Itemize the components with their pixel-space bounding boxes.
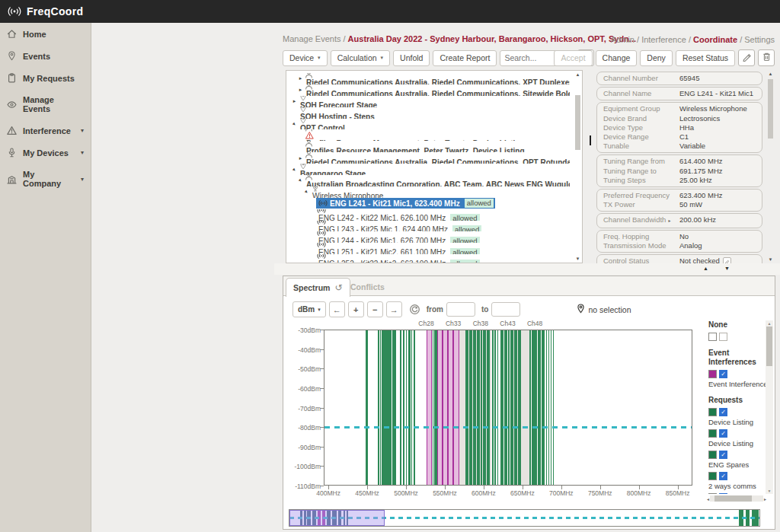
- scroll-down-icon[interactable]: ▼: [574, 256, 582, 261]
- sidebar-item-my-devices[interactable]: My Devices▾: [0, 142, 91, 164]
- sidebar-item-events[interactable]: Events: [0, 45, 91, 67]
- vertical-splitter[interactable]: [588, 70, 593, 263]
- splitter-handle[interactable]: [590, 135, 591, 145]
- tree-channel-row[interactable]: ENG L251 - Kit21 Mic2, 661.100 MHzallowe…: [289, 243, 570, 254]
- y-tick-label: -90dBm: [285, 444, 321, 451]
- sidebar-item-manage-events[interactable]: Manage Events: [0, 89, 91, 119]
- tree-channel-row[interactable]: ENG L244 - Kit26 Mic1, 626.700 MHzallowe…: [289, 231, 570, 243]
- tree-group-row[interactable]: ▸Barangaroo Stage: [289, 164, 570, 175]
- legend-checkbox[interactable]: ✓: [719, 429, 727, 438]
- legend-h-thumb[interactable]: [714, 495, 752, 502]
- detail-scrollbar-thumb[interactable]: [768, 79, 773, 139]
- tree-group-row[interactable]: ▸Australian Broadcasting Corporation, AB…: [289, 175, 570, 186]
- nav-item-interference[interactable]: Interference: [641, 35, 686, 44]
- sidebar-item-my-requests[interactable]: My Requests: [0, 67, 91, 89]
- tree-scrollbar-thumb[interactable]: [575, 95, 580, 150]
- expand-icon[interactable]: ▸: [297, 75, 304, 81]
- zoom-out-button[interactable]: −: [367, 301, 383, 317]
- accept-button[interactable]: Accept: [554, 50, 592, 66]
- scroll-up-icon[interactable]: ▲: [766, 321, 773, 326]
- tab-spectrum[interactable]: Spectrum ↺: [286, 278, 350, 297]
- tree-group-row[interactable]: ▸SOH Forecourt Stage: [289, 96, 570, 107]
- scroll-down-icon[interactable]: ▼: [766, 489, 773, 493]
- refresh-undo-icon[interactable]: ↺: [334, 282, 342, 293]
- pan-left-button[interactable]: ←: [329, 301, 345, 317]
- scroll-right-icon[interactable]: ▸: [764, 496, 766, 502]
- legend-checkbox[interactable]: ✓: [719, 493, 727, 494]
- top-nav: Admin / Interference / Coordinate / Sett…: [611, 35, 775, 44]
- deny-button[interactable]: Deny: [640, 50, 673, 66]
- mic-icon: [310, 186, 320, 192]
- tree-group-row[interactable]: Profiles Resource Management, Peter Twar…: [289, 129, 570, 141]
- unfold-button[interactable]: Unfold: [393, 50, 430, 66]
- tree-channel-row[interactable]: ENG L241 - Kit21 Mic1, 623.400 MHzallowe…: [289, 198, 570, 209]
- pan-right-button[interactable]: →: [386, 301, 402, 317]
- detail-row: Device BrandLectrosonics: [597, 114, 762, 123]
- nav-item-coordinate[interactable]: Coordinate: [693, 35, 737, 44]
- horizontal-splitter[interactable]: ▲ ▼: [274, 263, 780, 275]
- scroll-down-icon[interactable]: ▼: [766, 257, 775, 262]
- tree-item-label: ENG L251 - Kit21 Mic2, 661.100 MHz: [318, 248, 446, 254]
- unit-select[interactable]: dBm▾: [292, 301, 326, 317]
- interference-band: [443, 330, 448, 485]
- sidebar-item-interference[interactable]: Interference▾: [0, 119, 91, 142]
- legend-checkbox[interactable]: ✓: [719, 370, 727, 378]
- expand-icon[interactable]: ▸: [297, 87, 304, 93]
- spectrum-plot[interactable]: [324, 330, 692, 486]
- tree-group-row[interactable]: SOH Hosting - Steps: [289, 107, 570, 119]
- events-pin-icon: [7, 51, 17, 61]
- to-label: to: [481, 305, 488, 314]
- collapse-up-icon[interactable]: ▲: [703, 266, 708, 271]
- tree-channel-row[interactable]: ENG L242 - Kit22 Mic1, 626.100 MHzallowe…: [289, 209, 570, 221]
- tree-group-row[interactable]: Profiles Resource Management, Peter Twar…: [289, 141, 570, 152]
- spectrum-overview-bar[interactable]: [289, 509, 760, 527]
- tree-group-row[interactable]: ▸Riedel Communications Australia, Riedel…: [289, 73, 570, 84]
- tree-group-row[interactable]: ▸Riedel Communications Australia, Riedel…: [289, 152, 570, 164]
- detail-row: Channel NameENG L241 - Kit21 Mic1: [597, 89, 762, 98]
- legend-checkbox[interactable]: ✓: [719, 472, 727, 480]
- scroll-left-icon[interactable]: ◂: [707, 496, 709, 502]
- nav-item-admin[interactable]: Admin: [611, 35, 635, 44]
- event-tree-panel: ▸Riedel Communications Australia, Riedel…: [286, 70, 583, 263]
- legend-checkbox[interactable]: ✓: [719, 451, 727, 459]
- delete-button[interactable]: [758, 49, 775, 66]
- change-button[interactable]: Change: [596, 50, 638, 66]
- device-dropdown[interactable]: Device▾: [283, 50, 328, 66]
- edit-status-button[interactable]: [723, 257, 731, 263]
- legend-checkbox[interactable]: [719, 333, 727, 341]
- tree-item-label: ENG L244 - Kit26 Mic1, 626.700 MHz: [318, 237, 446, 243]
- x-tick-label: 700MHz: [546, 489, 577, 497]
- breadcrumb-section[interactable]: Manage Events: [283, 34, 340, 43]
- tree-item-label: Profiles Resource Management, Peter Twar…: [306, 147, 525, 152]
- tree-group-row[interactable]: ▸Riedel Communications Australia, Riedel…: [289, 84, 570, 96]
- collapse-down-icon[interactable]: ▼: [724, 266, 730, 271]
- reset-status-button[interactable]: Reset Status: [676, 50, 735, 66]
- tree-channel-row[interactable]: ENG L243 - Kit25 Mic 1, 624.400 MHzallow…: [289, 221, 570, 232]
- reset-zoom-icon[interactable]: [409, 304, 420, 315]
- expand-icon[interactable]: ▸: [297, 155, 304, 161]
- to-input[interactable]: [491, 302, 520, 317]
- legend-v-thumb[interactable]: [766, 327, 772, 366]
- legend-checkbox[interactable]: ✓: [719, 408, 727, 416]
- create-report-button[interactable]: Create Report: [433, 50, 497, 66]
- tree-group-row[interactable]: ▸OPT Control: [289, 119, 570, 130]
- edit-button[interactable]: [738, 49, 755, 66]
- tab-bar: Spectrum ↺ Conflicts: [283, 276, 775, 296]
- sidebar-item-home[interactable]: Home: [0, 23, 91, 45]
- calculation-dropdown[interactable]: Calculation▾: [331, 50, 390, 66]
- tree-channel-row[interactable]: ENG L252 - Kit22 Mic2, 663.100 MHzallowe…: [289, 254, 570, 263]
- expand-field-icon[interactable]: ▸: [668, 218, 670, 223]
- tab-conflicts[interactable]: Conflicts: [344, 281, 391, 293]
- nav-item-settings[interactable]: Settings: [744, 35, 775, 44]
- expand-icon[interactable]: ▸: [291, 98, 298, 104]
- sidebar-item-label: My Company: [23, 170, 75, 188]
- overview-selection-window[interactable]: [289, 510, 385, 526]
- from-input[interactable]: [446, 302, 475, 317]
- request-band: [492, 330, 494, 485]
- search-input[interactable]: [504, 53, 559, 62]
- zoom-in-button[interactable]: +: [348, 301, 364, 317]
- scroll-up-icon[interactable]: ▲: [766, 72, 775, 76]
- tree-group-row[interactable]: ▸Wireless Microphone: [289, 186, 570, 198]
- scroll-up-icon[interactable]: ▲: [574, 72, 582, 77]
- sidebar-item-my-company[interactable]: My Company▾: [0, 164, 91, 194]
